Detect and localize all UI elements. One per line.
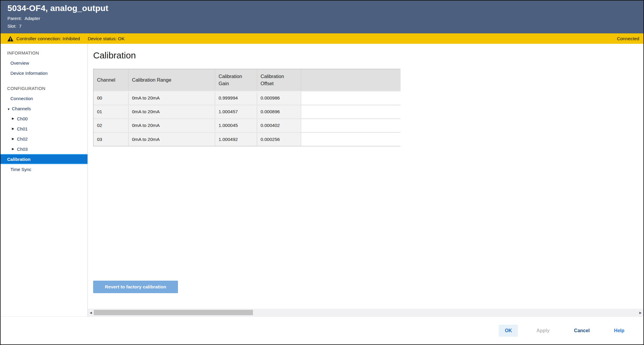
table-row: 01 0mA to 20mA 1.000457 0.000896 <box>93 105 401 119</box>
connection-state: Connected <box>617 36 639 41</box>
cell-gain[interactable]: 1.000045 <box>215 119 257 132</box>
section-header-configuration: CONFIGURATION <box>1 83 87 93</box>
module-title: 5034-OF4, analog_output <box>7 4 643 13</box>
collapse-icon[interactable]: ▼ <box>7 108 12 111</box>
column-header-channel: Channel <box>93 69 128 91</box>
slot-label: Slot: <box>7 24 16 29</box>
ok-button[interactable]: OK <box>499 325 518 337</box>
sidebar-item-device-information[interactable]: Device Information <box>1 68 87 78</box>
main-content: Calibration Channel Calibration Range Ca… <box>88 44 643 316</box>
cell-channel: 02 <box>93 119 128 132</box>
revert-to-factory-calibration-button[interactable]: Revert to factory calibration <box>93 281 178 293</box>
sidebar-item-ch02[interactable]: ▶Ch02 <box>1 134 87 144</box>
controller-connection-status: Controller connection: Inhibited <box>16 36 80 41</box>
cell-offset[interactable]: 0.000256 <box>257 132 301 146</box>
sidebar-item-label: Ch02 <box>17 136 28 142</box>
parent-label: Parent: <box>7 16 22 21</box>
sidebar-item-label: Channels <box>12 106 31 111</box>
cell-gain[interactable]: 0.999994 <box>215 91 257 105</box>
column-header-empty <box>301 69 401 91</box>
cell-offset[interactable]: 0.000986 <box>257 91 301 105</box>
title-bar: 5034-OF4, analog_output Parent:Adapter S… <box>1 1 643 33</box>
device-status: Device status: OK <box>88 36 125 41</box>
expand-icon[interactable]: ▶ <box>12 117 14 120</box>
parent-line: Parent:Adapter <box>7 16 643 21</box>
cell-channel: 03 <box>93 132 128 146</box>
section-header-information: INFORMATION <box>1 48 87 58</box>
sidebar-item-overview[interactable]: Overview <box>1 58 87 68</box>
sidebar-item-calibration[interactable]: Calibration <box>1 154 87 164</box>
sidebar-item-label: Ch00 <box>17 116 28 121</box>
help-button[interactable]: Help <box>608 325 630 337</box>
cell-empty <box>301 91 401 105</box>
warning-icon <box>7 36 13 41</box>
cell-channel: 00 <box>93 91 128 105</box>
expand-icon[interactable]: ▶ <box>12 147 14 150</box>
horizontal-scrollbar[interactable]: ◀ ▶ <box>88 309 643 316</box>
column-header-calibration-offset: Calibration Offset <box>257 69 301 91</box>
apply-button[interactable]: Apply <box>530 325 555 337</box>
footer-button-bar: OK Apply Cancel Help <box>1 316 643 344</box>
module-profile-window: 5034-OF4, analog_output Parent:Adapter S… <box>0 0 644 345</box>
sidebar-item-ch00[interactable]: ▶Ch00 <box>1 114 87 124</box>
page-title: Calibration <box>93 50 643 60</box>
cell-range[interactable]: 0mA to 20mA <box>128 91 215 105</box>
cell-empty <box>301 132 401 146</box>
column-header-calibration-range: Calibration Range <box>128 69 215 91</box>
cell-empty <box>301 105 401 119</box>
slot-value: 7 <box>19 24 21 29</box>
scrollbar-thumb[interactable] <box>94 310 253 315</box>
parent-value: Adapter <box>24 16 40 21</box>
cell-range[interactable]: 0mA to 20mA <box>128 132 215 146</box>
scrollbar-track[interactable] <box>94 309 637 316</box>
table-row: 03 0mA to 20mA 1.000492 0.000256 <box>93 132 401 146</box>
sidebar: INFORMATION Overview Device Information … <box>1 44 88 316</box>
sidebar-item-channels[interactable]: ▼Channels <box>1 103 87 114</box>
table-row: 02 0mA to 20mA 1.000045 0.000402 <box>93 119 401 132</box>
cell-offset[interactable]: 0.000402 <box>257 119 301 132</box>
sidebar-gap <box>1 78 87 83</box>
sidebar-item-time-sync[interactable]: Time Sync <box>1 164 87 174</box>
table-row: 00 0mA to 20mA 0.999994 0.000986 <box>93 91 401 105</box>
scroll-left-icon[interactable]: ◀ <box>88 311 94 314</box>
scroll-right-icon[interactable]: ▶ <box>637 311 643 314</box>
cell-gain[interactable]: 1.000492 <box>215 132 257 146</box>
calibration-table: Channel Calibration Range Calibration Ga… <box>93 69 400 146</box>
cell-empty <box>301 119 401 132</box>
cancel-button[interactable]: Cancel <box>568 325 595 337</box>
cell-range[interactable]: 0mA to 20mA <box>128 105 215 119</box>
cell-gain[interactable]: 1.000457 <box>215 105 257 119</box>
table-header-row: Channel Calibration Range Calibration Ga… <box>93 69 401 91</box>
slot-line: Slot:7 <box>7 24 643 29</box>
sidebar-item-ch03[interactable]: ▶Ch03 <box>1 144 87 154</box>
status-bar: Controller connection: Inhibited Device … <box>1 33 643 44</box>
sidebar-item-label: Ch01 <box>17 126 28 131</box>
body: INFORMATION Overview Device Information … <box>1 44 643 316</box>
sidebar-item-ch01[interactable]: ▶Ch01 <box>1 124 87 134</box>
cell-range[interactable]: 0mA to 20mA <box>128 119 215 132</box>
expand-icon[interactable]: ▶ <box>12 137 14 140</box>
sidebar-item-connection[interactable]: Connection <box>1 93 87 103</box>
cell-channel: 01 <box>93 105 128 119</box>
cell-offset[interactable]: 0.000896 <box>257 105 301 119</box>
expand-icon[interactable]: ▶ <box>12 127 14 130</box>
sidebar-item-label: Ch03 <box>17 147 28 152</box>
column-header-calibration-gain: Calibration Gain <box>215 69 257 91</box>
